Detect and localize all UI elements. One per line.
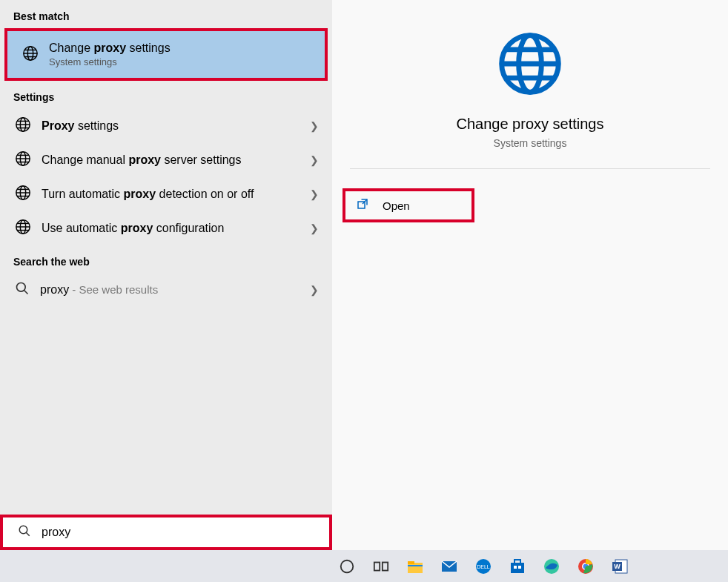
svg-rect-48 — [518, 566, 521, 569]
svg-rect-40 — [408, 561, 414, 564]
best-match-text: Change proxy settings System settings — [49, 42, 171, 67]
word-icon[interactable]: W — [605, 552, 635, 581]
store-icon[interactable] — [503, 552, 532, 581]
chrome-icon[interactable] — [571, 552, 600, 581]
open-label: Open — [383, 199, 410, 212]
task-view-icon[interactable] — [366, 552, 396, 581]
search-icon — [18, 524, 31, 540]
svg-rect-46 — [514, 560, 520, 563]
best-match-header: Best match — [0, 0, 332, 28]
settings-item-proxy-settings[interactable]: Proxy settings ❯ — [0, 109, 332, 143]
svg-rect-37 — [374, 562, 380, 570]
cortana-icon[interactable] — [332, 552, 362, 581]
svg-point-25 — [17, 283, 26, 292]
globe-icon — [15, 219, 31, 238]
best-match-title: Change proxy settings — [49, 42, 171, 55]
svg-point-36 — [341, 560, 354, 572]
svg-line-26 — [24, 291, 28, 294]
svg-text:DELL: DELL — [477, 564, 490, 569]
svg-line-35 — [26, 532, 30, 536]
settings-item-auto-config[interactable]: Use automatic proxy configuration ❯ — [0, 211, 332, 245]
settings-item-label: Proxy settings — [42, 118, 300, 134]
result-details-pane: Change proxy settings System settings Op… — [332, 0, 728, 550]
taskbar: DELL W — [0, 550, 728, 582]
svg-rect-41 — [408, 565, 423, 566]
chevron-right-icon: ❯ — [310, 188, 319, 200]
dell-icon[interactable]: DELL — [469, 552, 498, 581]
chevron-right-icon: ❯ — [310, 120, 319, 132]
chevron-right-icon: ❯ — [310, 222, 319, 234]
settings-item-label: Turn automatic proxy detection on or off — [42, 186, 300, 202]
svg-rect-45 — [511, 563, 524, 573]
settings-item-manual-proxy[interactable]: Change manual proxy server settings ❯ — [0, 143, 332, 177]
best-match-result[interactable]: Change proxy settings System settings — [4, 28, 328, 81]
globe-icon — [496, 30, 564, 101]
web-result-label: proxy - See web results — [40, 282, 300, 298]
globe-icon — [15, 116, 31, 136]
file-explorer-icon[interactable] — [400, 552, 430, 581]
globe-icon — [22, 45, 39, 65]
settings-item-auto-detection[interactable]: Turn automatic proxy detection on or off… — [0, 177, 332, 211]
search-results-pane: Best match Change proxy settings System … — [0, 0, 332, 550]
open-button[interactable]: Open — [343, 188, 474, 222]
svg-rect-39 — [408, 563, 423, 573]
settings-item-label: Use automatic proxy configuration — [42, 220, 300, 237]
globe-icon — [15, 185, 31, 204]
chevron-right-icon: ❯ — [310, 284, 319, 296]
search-input[interactable] — [42, 526, 314, 539]
open-external-icon — [356, 197, 369, 214]
details-header: Change proxy settings System settings — [332, 0, 728, 149]
edge-icon[interactable] — [537, 552, 566, 581]
globe-icon — [15, 151, 31, 170]
mail-icon[interactable] — [434, 552, 464, 581]
svg-text:W: W — [614, 563, 621, 570]
svg-rect-47 — [514, 566, 517, 569]
search-web-header: Search the web — [0, 245, 332, 274]
search-bar[interactable] — [0, 515, 332, 550]
best-match-subtitle: System settings — [49, 56, 171, 67]
details-subtitle: System settings — [494, 137, 567, 149]
search-icon — [15, 281, 30, 299]
settings-item-label: Change manual proxy server settings — [42, 152, 300, 168]
svg-point-34 — [19, 526, 27, 534]
settings-header: Settings — [0, 81, 332, 109]
svg-rect-38 — [383, 562, 388, 570]
details-title: Change proxy settings — [456, 116, 603, 133]
divider — [350, 168, 710, 169]
chevron-right-icon: ❯ — [310, 154, 319, 166]
web-result-item[interactable]: proxy - See web results ❯ — [0, 274, 332, 306]
